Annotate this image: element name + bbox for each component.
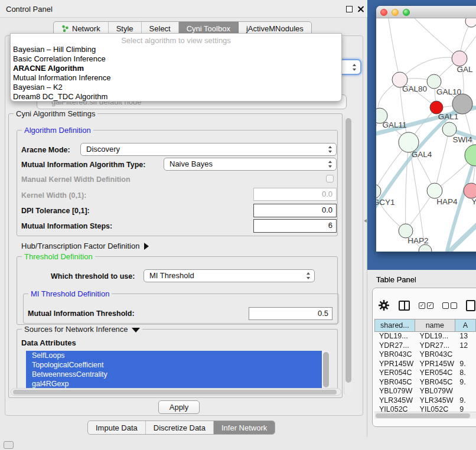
manual-kernel-checkbox[interactable] (326, 175, 334, 182)
minimize-window-icon[interactable] (392, 9, 399, 16)
node-table[interactable]: shared...nameA YDL19...YDL19...13YDR27..… (374, 319, 476, 412)
mi-type-combo[interactable]: Naive Bayes (164, 158, 337, 171)
mi-threshold-field[interactable]: 0.5 (249, 307, 332, 320)
algorithm-option[interactable]: Bayesian – K2 (11, 83, 341, 92)
split-columns-icon[interactable] (399, 301, 410, 311)
attributes-scrollbar[interactable] (322, 351, 330, 389)
algorithm-option[interactable]: Basic Correlation Inference (11, 54, 341, 64)
control-panel-titlebar: Control Panel (0, 0, 367, 18)
export-table-icon[interactable] (466, 300, 475, 311)
dpi-tolerance-field[interactable]: 0.0 (253, 204, 337, 217)
attribute-item[interactable]: SelfLoops (26, 351, 322, 360)
attribute-item[interactable]: TopologicalCoefficient (26, 360, 322, 370)
attribute-item[interactable]: gal4RGexp (26, 379, 322, 389)
combo-spinner-icon (328, 146, 332, 153)
table-row[interactable]: YPR145WYPR145W9. (374, 360, 476, 369)
table-panel-title: Table Panel (376, 275, 416, 284)
hub-definition-toggle[interactable]: Hub/Transcription Factor Definition (21, 242, 149, 250)
tab-impute-data[interactable]: Impute Data (88, 421, 146, 434)
node-label: GAL80 (402, 84, 427, 93)
which-threshold-label: Which threshold to use: (51, 272, 135, 281)
table-row[interactable]: YIL052CYIL052C9 (374, 405, 476, 412)
network-node-gcy1[interactable] (376, 184, 381, 198)
algorithm-option[interactable]: Dream8 DC_TDC Algorithm (11, 92, 341, 102)
network-node-gal10[interactable] (427, 74, 441, 89)
node-label: GAL4 (412, 150, 432, 159)
tab-infer-network[interactable]: Infer Network (214, 421, 275, 434)
float-panel-icon[interactable] (346, 6, 353, 12)
table-body: YDL19...YDL19...13YDR27...YDR27...12YBR0… (374, 332, 476, 412)
table-row[interactable]: YDR27...YDR27...12 (374, 341, 476, 351)
algorithm-option[interactable]: Mutual Information Inference (11, 73, 341, 83)
network-node-y[interactable] (464, 183, 476, 198)
close-panel-icon[interactable] (357, 6, 364, 12)
network-node[interactable] (419, 244, 432, 252)
network-window[interactable]: GALGAL80GAL10GAL1GAL11SWI4GAL4GCY1HAP4YH… (376, 6, 476, 252)
gear-icon[interactable] (378, 299, 390, 311)
network-node-swi4[interactable] (442, 122, 457, 136)
mi-threshold-label: Mutual Information Threshold: (28, 309, 135, 318)
kernel-width-label: Kernel Width (0,1): (21, 191, 86, 200)
data-attributes-label: Data Attributes (21, 338, 76, 347)
table-row[interactable]: YLR345WYLR345W9. (374, 396, 476, 406)
algorithm-option[interactable]: Bayesian – Hill Climbing (11, 45, 341, 54)
node-label: GAL11 (382, 120, 406, 129)
restore-panel-icon[interactable] (4, 441, 14, 449)
table-row[interactable]: YBL079WYBL079W (374, 387, 476, 396)
control-panel: Control Panel NetworkStyleSelectCyni Too… (0, 0, 367, 437)
panel-divider-arrow-icon[interactable] (364, 219, 367, 223)
table-toolbar: ✓✓ (378, 297, 476, 314)
column-header-1[interactable]: shared... (374, 319, 415, 332)
which-threshold-combo[interactable]: MI Threshold (144, 269, 315, 282)
network-window-titlebar[interactable] (376, 6, 476, 18)
attribute-item[interactable]: BetweennessCentrality (26, 370, 322, 379)
network-node-gal4[interactable] (399, 132, 419, 152)
close-window-icon[interactable] (380, 9, 387, 16)
node-label: HAP4 (436, 197, 458, 206)
deselect-all-columns-icon[interactable] (442, 302, 457, 309)
settings-horizontal-scrollbar[interactable] (11, 388, 341, 396)
network-node-gal[interactable] (452, 51, 467, 66)
table-row[interactable]: YER054CYER054C8. (374, 369, 476, 378)
network-canvas[interactable]: GALGAL80GAL10GAL1GAL11SWI4GAL4GCY1HAP4YH… (376, 18, 476, 252)
dpi-tolerance-label: DPI Tolerance [0,1]: (21, 207, 90, 215)
aracne-mode-label: Aracne Mode: (21, 146, 70, 154)
network-node-hap4[interactable] (427, 183, 442, 198)
settings-vertical-scrollbar[interactable] (344, 116, 352, 396)
column-header-2[interactable]: name (415, 319, 455, 332)
table-horizontal-scrollbar[interactable] (374, 412, 476, 419)
table-header-row[interactable]: shared...nameA (374, 319, 476, 332)
combo-spinner-icon (306, 272, 311, 279)
control-panel-title: Control Panel (6, 5, 53, 14)
algorithm-definition-legend: Algorithm Definition (22, 126, 93, 135)
node-label: GAL1 (438, 112, 459, 121)
network-node[interactable] (452, 94, 472, 114)
threshold-definition-legend: Threshold Definition (22, 252, 95, 261)
kernel-width-field[interactable]: 0.0 (253, 188, 337, 201)
zoom-window-icon[interactable] (403, 9, 410, 16)
table-row[interactable]: YDL19...YDL19...13 (374, 332, 476, 341)
aracne-mode-combo[interactable]: Discovery (80, 143, 337, 156)
collapsed-arrow-icon (144, 243, 149, 250)
mi-steps-label: Mutual Information Steps: (21, 222, 112, 230)
mi-steps-field[interactable]: 6 (253, 219, 337, 233)
data-attributes-list[interactable]: SelfLoopsTopologicalCoefficientBetweenne… (26, 351, 330, 389)
table-row[interactable]: YBR045CYBR045C9. (374, 378, 476, 387)
algorithm-option[interactable]: ARACNE Algorithm (11, 64, 341, 73)
cyni-settings-legend: Cyni Algorithm Settings (14, 109, 97, 118)
select-all-columns-icon[interactable]: ✓✓ (419, 302, 433, 309)
algorithm-select-popup: Select algorithm to view settings Bayesi… (10, 33, 342, 102)
tab-discretize-data[interactable]: Discretize Data (146, 421, 214, 434)
application-window: Control Panel NetworkStyleSelectCyni Too… (0, 0, 476, 450)
node-label: Y (471, 197, 476, 206)
algorithm-popup-list: Bayesian – Hill ClimbingBasic Correlatio… (11, 45, 341, 102)
network-node[interactable] (465, 145, 476, 166)
network-node[interactable] (465, 18, 476, 27)
table-row[interactable]: YBR043CYBR043C (374, 350, 476, 360)
node-label: GCY1 (376, 198, 395, 207)
combo-spinner-icon (328, 161, 332, 168)
sources-legend[interactable]: Sources for Network Inference (22, 325, 142, 334)
apply-button[interactable]: Apply (158, 400, 200, 414)
column-header-3[interactable]: A (455, 319, 476, 332)
expanded-arrow-icon (132, 328, 140, 332)
